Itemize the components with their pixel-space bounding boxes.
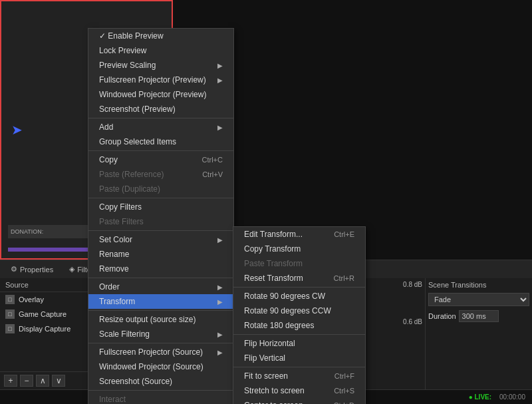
rotate-90-cw-label: Rotate 90 degrees CW (244, 292, 325, 301)
menu-preview-scaling[interactable]: Preview Scaling ▶ (88, 58, 233, 73)
submenu-center-to-screen[interactable]: Center to screen Ctrl+D (233, 398, 365, 404)
arrow-icon: ▶ (217, 77, 223, 84)
paste-reference-shortcut: Ctrl+V (202, 170, 223, 178)
rename-label: Rename (99, 250, 129, 259)
edit-transform-label: Edit Transform... (244, 230, 303, 239)
paste-duplicate-label: Paste (Duplicate) (99, 184, 160, 194)
submenu-fit-to-screen[interactable]: Fit to screen Ctrl+F (233, 369, 365, 383)
menu-copy-filters[interactable]: Copy Filters (88, 200, 233, 214)
menu-fullscreen-source[interactable]: Fullscreen Projector (Source) ▶ (88, 345, 233, 359)
duration-input[interactable] (459, 310, 499, 322)
menu-resize-output[interactable]: Resize output (source size) (88, 312, 233, 327)
donation-text: DONATION: (11, 228, 43, 235)
submenu-flip-horizontal[interactable]: Flip Horizontal (233, 336, 365, 351)
order-label: Order (99, 282, 120, 292)
channel-1-db-value: 0.8 dB (403, 281, 422, 288)
duration-label: Duration (428, 312, 456, 320)
submenu-reset-transform[interactable]: Reset Transform Ctrl+R (233, 271, 365, 286)
scene-transitions-header: Scene Transitions (428, 281, 529, 289)
submenu-paste-transform[interactable]: Paste Transform (233, 256, 365, 271)
paste-filters-label: Paste Filters (99, 217, 144, 226)
menu-windowed-source[interactable]: Windowed Projector (Source) (88, 359, 233, 374)
copy-shortcut: Ctrl+C (202, 156, 223, 164)
add-source-button[interactable]: + (4, 375, 17, 387)
display-capture-label: Display Capture (19, 325, 70, 333)
properties-tab-label: Properties (20, 266, 53, 274)
move-down-button[interactable]: ∨ (52, 375, 65, 387)
separator-5 (88, 278, 233, 278)
menu-rename[interactable]: Rename (88, 247, 233, 262)
menu-interact[interactable]: Interact (88, 392, 233, 404)
menu-order[interactable]: Order ▶ (88, 280, 233, 294)
live-time: 00:00:00 (499, 393, 525, 401)
preview-area: ➤ DONATION: ✓ Enable Preview Lock Previe… (0, 0, 532, 260)
fit-shortcut: Ctrl+F (334, 372, 354, 380)
center-to-screen-label: Center to screen (244, 401, 303, 404)
transform-label: Transform (99, 297, 135, 306)
lock-preview-label: Lock Preview (99, 46, 146, 55)
submenu-rotate-90-ccw[interactable]: Rotate 90 degrees CCW (233, 303, 365, 318)
arrow-indicator: ➤ (11, 122, 23, 138)
separator-t1 (233, 287, 365, 288)
overlay-icon: □ (5, 295, 15, 304)
separator-1 (88, 118, 233, 118)
menu-add[interactable]: Add ▶ (88, 120, 233, 134)
duration-row: Duration (428, 310, 529, 322)
menu-lock-preview[interactable]: Lock Preview (88, 43, 233, 58)
gear-icon: ⚙ (11, 265, 17, 274)
menu-paste-reference[interactable]: Paste (Reference) Ctrl+V (88, 167, 233, 182)
menu-transform[interactable]: Transform ▶ (88, 294, 233, 309)
submenu-stretch-to-screen[interactable]: Stretch to screen Ctrl+S (233, 383, 365, 398)
channel-2-db-value: 0.6 dB (403, 318, 422, 325)
separator-4 (88, 230, 233, 231)
menu-remove[interactable]: Remove (88, 262, 233, 276)
menu-group-selected[interactable]: Group Selected Items (88, 134, 233, 149)
separator-t3 (233, 367, 365, 367)
separator-t2 (233, 334, 365, 335)
scene-transitions-panel: Scene Transitions Fade Cut Duration (426, 278, 532, 389)
separator-3 (88, 198, 233, 198)
display-capture-icon: □ (5, 324, 15, 333)
fit-to-screen-label: Fit to screen (244, 371, 288, 381)
menu-windowed-preview[interactable]: Windowed Projector (Preview) (88, 87, 233, 102)
fullscreen-preview-label: Fullscreen Projector (Preview) (99, 75, 206, 85)
properties-tab[interactable]: ⚙ Properties (5, 264, 59, 275)
screenshot-source-label: Screenshot (Source) (99, 377, 172, 386)
menu-screenshot-source[interactable]: Screenshot (Source) (88, 374, 233, 389)
paste-transform-label: Paste Transform (244, 259, 303, 268)
menu-screenshot-preview[interactable]: Screenshot (Preview) (88, 102, 233, 116)
stretch-shortcut: Ctrl+S (334, 387, 354, 395)
remove-label: Remove (99, 264, 129, 274)
reset-transform-label: Reset Transform (244, 274, 303, 283)
context-menu: ✓ Enable Preview Lock Preview Preview Sc… (88, 28, 234, 404)
separator-2 (88, 150, 233, 151)
flip-horizontal-label: Flip Horizontal (244, 339, 295, 348)
transition-type-select[interactable]: Fade Cut (428, 293, 529, 306)
submenu-copy-transform[interactable]: Copy Transform (233, 242, 365, 256)
group-selected-label: Group Selected Items (99, 137, 176, 146)
arrow-icon: ▶ (217, 349, 223, 356)
menu-scale-filtering[interactable]: Scale Filtering ▶ (88, 327, 233, 341)
remove-source-button[interactable]: − (20, 375, 33, 387)
menu-paste-filters[interactable]: Paste Filters (88, 214, 233, 229)
reset-transform-shortcut: Ctrl+R (334, 274, 354, 282)
arrow-icon: ▶ (217, 331, 223, 338)
submenu-edit-transform[interactable]: Edit Transform... Ctrl+E (233, 227, 365, 242)
menu-copy[interactable]: Copy Ctrl+C (88, 152, 233, 167)
submenu-flip-vertical[interactable]: Flip Vertical (233, 351, 365, 365)
interact-label: Interact (99, 395, 126, 404)
menu-fullscreen-preview[interactable]: Fullscreen Projector (Preview) ▶ (88, 73, 233, 87)
move-up-button[interactable]: ∧ (36, 375, 49, 387)
separator-6 (88, 310, 233, 311)
menu-enable-preview[interactable]: ✓ Enable Preview (88, 29, 233, 43)
game-capture-label: Game Capture (19, 310, 66, 318)
separator-8 (88, 390, 233, 391)
menu-set-color[interactable]: Set Color ▶ (88, 232, 233, 247)
resize-output-label: Resize output (source size) (99, 315, 196, 324)
rotate-180-label: Rotate 180 degrees (244, 321, 314, 330)
submenu-rotate-180[interactable]: Rotate 180 degrees (233, 318, 365, 333)
submenu-rotate-90-cw[interactable]: Rotate 90 degrees CW (233, 289, 365, 303)
stretch-to-screen-label: Stretch to screen (244, 386, 305, 395)
menu-paste-duplicate[interactable]: Paste (Duplicate) (88, 182, 233, 196)
windowed-source-label: Windowed Projector (Source) (99, 362, 203, 371)
